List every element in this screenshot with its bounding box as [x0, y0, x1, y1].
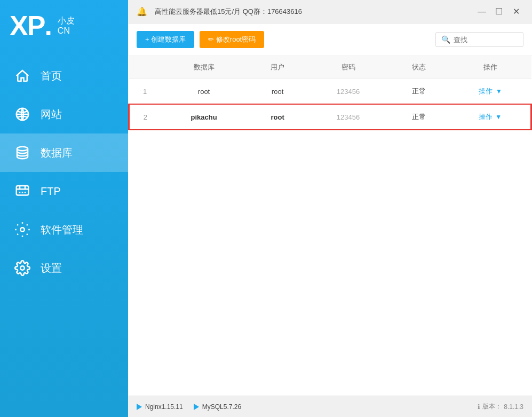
row-db-name-2: pikachu — [161, 104, 247, 130]
mysql-status-indicator — [194, 404, 199, 410]
create-database-button[interactable]: + 创建数据库 — [137, 31, 194, 48]
nginx-status-indicator — [137, 404, 142, 410]
sidebar-label-software: 软件管理 — [41, 223, 83, 237]
row-db-name: root — [161, 79, 247, 105]
service-nginx: Nginx1.15.11 — [137, 403, 183, 411]
col-index — [129, 56, 161, 79]
window-controls: — ☐ ✕ — [474, 4, 523, 19]
action-dropdown-row1[interactable]: ▼ — [496, 88, 502, 95]
mysql-label: MySQL5.7.26 — [202, 403, 241, 411]
footer: Nginx1.15.11 MySQL5.7.26 ℹ 版本： 8.1.1.3 — [128, 396, 532, 417]
version-number: 8.1.1.3 — [504, 403, 523, 411]
notification-icon: 🔔 — [137, 6, 147, 17]
col-password: 密码 — [308, 56, 388, 79]
table-header-row: 数据库 用户 密码 状态 操作 — [129, 56, 531, 79]
svg-point-3 — [20, 227, 25, 232]
svg-point-4 — [20, 266, 25, 270]
settings-icon — [13, 258, 32, 278]
col-user: 用户 — [247, 56, 308, 79]
search-box: 🔍 — [435, 32, 523, 47]
version-icon: ℹ — [478, 403, 480, 411]
sidebar-label-database: 数据库 — [41, 146, 73, 160]
sidebar-item-ftp[interactable]: FTP — [0, 172, 128, 210]
logo-small: 小皮 — [58, 15, 75, 26]
topbar-message: 高性能云服务器最低15元/月 QQ群：176643616 — [155, 7, 469, 17]
version-label: 版本： — [482, 402, 502, 411]
close-button[interactable]: ✕ — [509, 4, 523, 19]
sidebar-item-software[interactable]: 软件管理 — [0, 210, 128, 249]
row-user-2: root — [247, 104, 308, 130]
sidebar-nav: 首页 网站 数据库 — [0, 57, 128, 417]
row-status-2: 正常 — [388, 104, 449, 130]
row-action-cell-2: 操作 ▼ — [450, 104, 531, 130]
logo-cn: CN — [58, 26, 75, 36]
globe-icon — [13, 105, 32, 124]
sidebar-item-database[interactable]: 数据库 — [0, 133, 128, 172]
row-password: 123456 — [308, 79, 388, 105]
search-input[interactable] — [454, 36, 518, 44]
topbar: 🔔 高性能云服务器最低15元/月 QQ群：176643616 — ☐ ✕ — [128, 0, 532, 23]
database-table: 数据库 用户 密码 状态 操作 1 root root 123456 正常 — [128, 56, 532, 130]
col-database: 数据库 — [161, 56, 247, 79]
row-password-2: 123456 — [308, 104, 388, 130]
database-icon — [13, 143, 32, 162]
content-area: + 创建数据库 ✏ 修改root密码 🔍 数据库 用户 密码 状态 操作 — [128, 23, 532, 396]
logo-xp: XP — [10, 12, 44, 40]
software-icon — [13, 220, 32, 239]
restore-button[interactable]: ☐ — [491, 4, 506, 19]
row-index-2: 2 — [129, 104, 161, 130]
sidebar-label-settings: 设置 — [41, 261, 62, 276]
row-status: 正常 — [388, 79, 449, 105]
logo-dot: . — [44, 10, 52, 42]
action-dropdown-row2[interactable]: ▼ — [495, 113, 502, 121]
table-row: 1 root root 123456 正常 操作 ▼ — [129, 79, 531, 105]
row-index: 1 — [129, 79, 161, 105]
sidebar-item-website[interactable]: 网站 — [0, 95, 128, 133]
row-user: root — [247, 79, 308, 105]
col-status: 状态 — [388, 56, 449, 79]
logo-text-right: 小皮 CN — [58, 15, 75, 36]
svg-point-1 — [17, 147, 28, 151]
search-icon: 🔍 — [441, 35, 450, 44]
sidebar-item-settings[interactable]: 设置 — [0, 249, 128, 287]
ftp-icon — [13, 182, 32, 201]
main-panel: 🔔 高性能云服务器最低15元/月 QQ群：176643616 — ☐ ✕ + 创… — [128, 0, 532, 417]
sidebar-item-home[interactable]: 首页 — [0, 57, 128, 95]
service-mysql: MySQL5.7.26 — [194, 403, 241, 411]
col-action: 操作 — [450, 56, 531, 79]
nginx-label: Nginx1.15.11 — [145, 403, 183, 411]
sidebar-label-website: 网站 — [41, 107, 62, 122]
action-button-row2[interactable]: 操作 — [479, 112, 493, 122]
toolbar: + 创建数据库 ✏ 修改root密码 🔍 — [128, 23, 532, 56]
logo-area: XP . 小皮 CN — [0, 0, 128, 51]
modify-root-password-button[interactable]: ✏ 修改root密码 — [200, 31, 264, 48]
sidebar-label-home: 首页 — [41, 69, 62, 83]
row-action-cell: 操作 ▼ — [450, 79, 531, 105]
minimize-button[interactable]: — — [474, 4, 489, 19]
sidebar-label-ftp: FTP — [41, 185, 61, 198]
home-icon — [13, 66, 32, 85]
version-info: ℹ 版本： 8.1.1.3 — [478, 402, 523, 411]
sidebar: XP . 小皮 CN 首页 — [0, 0, 128, 417]
table-container: 数据库 用户 密码 状态 操作 1 root root 123456 正常 — [128, 56, 532, 396]
action-button-row1[interactable]: 操作 — [479, 86, 493, 96]
table-row-highlighted: 2 pikachu root 123456 正常 操作 ▼ — [129, 104, 531, 130]
svg-rect-2 — [17, 186, 29, 195]
